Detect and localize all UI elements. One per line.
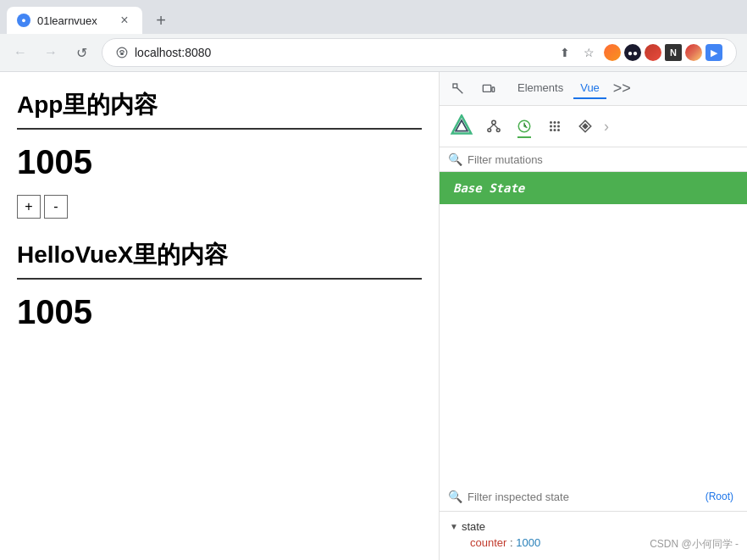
vue-timeline-button[interactable] bbox=[511, 113, 538, 140]
ext-icon-4[interactable] bbox=[685, 44, 702, 61]
svg-marker-23 bbox=[582, 123, 589, 130]
section1-title: App里的内容 bbox=[17, 89, 422, 121]
svg-point-16 bbox=[550, 125, 552, 128]
svg-point-18 bbox=[557, 125, 560, 128]
filter-mutations-icon: 🔍 bbox=[448, 152, 462, 166]
hierarchy-icon bbox=[486, 119, 501, 134]
svg-point-8 bbox=[488, 129, 491, 132]
watermark: CSDN @小何同学 - bbox=[650, 537, 739, 552]
devtools-panel: Elements Vue >> bbox=[440, 72, 747, 560]
devtools-top-bar: Elements Vue >> bbox=[440, 72, 747, 106]
address-bar: ← → ↺ localhost:8080 ⬆ ☆ ●● N ▶ bbox=[0, 34, 747, 71]
filter-inspected-bar: 🔍 (Root) bbox=[440, 482, 747, 512]
filter-mutations-bar: 🔍 bbox=[440, 147, 747, 172]
state-group-header[interactable]: ▼ state bbox=[450, 518, 737, 535]
reload-button[interactable]: ↺ bbox=[71, 42, 91, 63]
filter-mutations-input[interactable] bbox=[468, 153, 739, 166]
main-area: App里的内容 1005 + - HelloVueX里的内容 1005 bbox=[0, 72, 747, 560]
grid-icon bbox=[547, 119, 562, 134]
tab-close-button[interactable]: × bbox=[117, 13, 132, 28]
tab-favicon: ● bbox=[17, 14, 30, 27]
state-group-label: state bbox=[462, 520, 485, 533]
filter-inspected-icon: 🔍 bbox=[448, 490, 462, 503]
vue-logo-svg bbox=[450, 114, 473, 138]
active-tab[interactable]: ● 01learnvuex × bbox=[7, 7, 142, 34]
cursor-icon bbox=[451, 82, 465, 96]
divider-2 bbox=[17, 278, 422, 280]
svg-line-11 bbox=[494, 125, 498, 129]
svg-point-14 bbox=[554, 121, 556, 124]
svg-rect-3 bbox=[483, 85, 490, 91]
browser-chrome: ● 01learnvuex × + ← → ↺ localhost:8080 ⬆… bbox=[0, 0, 747, 72]
new-tab-button[interactable]: + bbox=[149, 8, 173, 32]
base-state-row[interactable]: Base State bbox=[440, 172, 747, 204]
back-button[interactable]: ← bbox=[10, 42, 30, 63]
svg-rect-4 bbox=[492, 87, 495, 91]
share-icon[interactable]: ⬆ bbox=[556, 44, 573, 61]
root-badge[interactable]: (Root) bbox=[700, 489, 739, 504]
ext-icon-n[interactable]: N bbox=[665, 44, 682, 61]
tab-title: 01learnvuex bbox=[37, 14, 97, 27]
state-tree: ▼ state counter : 1000 bbox=[440, 512, 747, 560]
responsive-mode-button[interactable] bbox=[477, 77, 501, 101]
counter-2: 1005 bbox=[17, 293, 422, 331]
state-spacer bbox=[440, 204, 747, 479]
devtools-tabs: Elements Vue >> bbox=[511, 78, 634, 99]
divider-1 bbox=[17, 128, 422, 130]
url-text: localhost:8080 bbox=[135, 46, 211, 59]
svg-point-15 bbox=[557, 121, 560, 124]
vue-vuex-button[interactable] bbox=[541, 113, 568, 140]
diamond-icon bbox=[578, 119, 593, 134]
address-input[interactable]: localhost:8080 ⬆ ☆ ●● N ▶ bbox=[102, 38, 737, 67]
svg-point-13 bbox=[550, 121, 552, 124]
svg-point-17 bbox=[554, 125, 556, 128]
inspect-element-button[interactable] bbox=[446, 77, 470, 101]
vue-components-button[interactable] bbox=[480, 113, 507, 140]
tab-bar: ● 01learnvuex × + bbox=[0, 0, 747, 34]
lock-icon bbox=[116, 47, 128, 58]
svg-rect-2 bbox=[453, 84, 457, 88]
svg-line-10 bbox=[490, 125, 494, 129]
ext-icon-2[interactable]: ●● bbox=[624, 44, 641, 61]
counter-buttons: + - bbox=[17, 195, 422, 219]
clock-icon bbox=[517, 119, 532, 134]
svg-point-20 bbox=[554, 129, 556, 131]
ext-icon-5[interactable]: ▶ bbox=[706, 44, 722, 61]
ext-icon-3[interactable] bbox=[645, 44, 661, 61]
address-bar-icons: ⬆ ☆ ●● N ▶ bbox=[556, 44, 722, 61]
vue-router-button[interactable] bbox=[572, 113, 599, 140]
svg-point-9 bbox=[496, 129, 500, 132]
device-icon bbox=[482, 82, 495, 96]
base-state-label: Base State bbox=[453, 181, 524, 195]
counter-key: counter bbox=[470, 536, 506, 549]
svg-point-19 bbox=[550, 129, 552, 131]
decrement-button[interactable]: - bbox=[44, 195, 68, 219]
more-tabs-button[interactable]: >> bbox=[610, 78, 634, 99]
vue-devtools-toolbar: › bbox=[440, 106, 747, 147]
filter-inspected-input[interactable] bbox=[468, 491, 695, 503]
increment-button[interactable]: + bbox=[17, 195, 41, 219]
tab-elements[interactable]: Elements bbox=[511, 78, 570, 99]
svg-point-7 bbox=[492, 120, 496, 125]
devtools-more-button[interactable]: › bbox=[602, 118, 611, 136]
triangle-icon: ▼ bbox=[450, 522, 458, 531]
counter-1: 1005 bbox=[17, 143, 422, 181]
svg-point-21 bbox=[557, 129, 560, 131]
svg-rect-1 bbox=[120, 53, 124, 55]
vue-logo bbox=[446, 111, 477, 141]
forward-button[interactable]: → bbox=[41, 42, 61, 63]
section2-title: HelloVueX里的内容 bbox=[17, 239, 422, 271]
webpage-content: App里的内容 1005 + - HelloVueX里的内容 1005 bbox=[0, 72, 440, 560]
ext-icon-1[interactable] bbox=[604, 44, 621, 61]
tab-vue[interactable]: Vue bbox=[573, 78, 606, 99]
bookmark-icon[interactable]: ☆ bbox=[580, 44, 597, 61]
counter-value-display: 1000 bbox=[516, 536, 540, 549]
